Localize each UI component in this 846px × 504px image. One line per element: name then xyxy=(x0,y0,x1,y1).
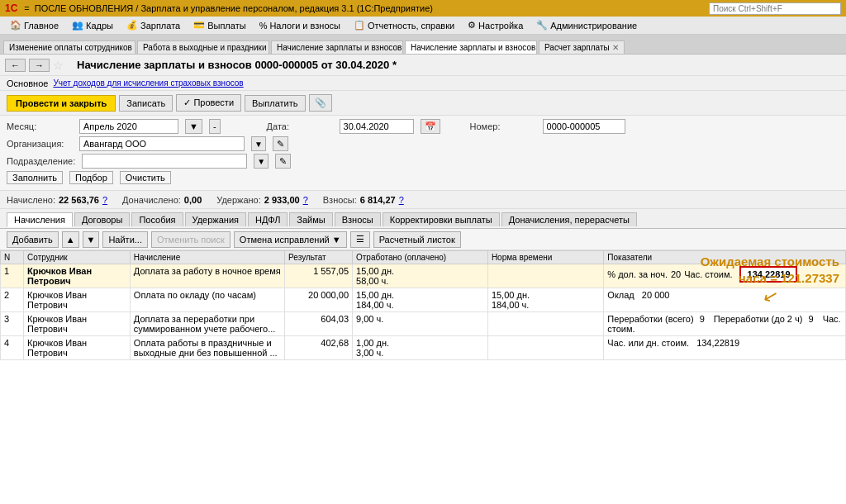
tab-dogovory[interactable]: Договоры xyxy=(74,212,130,226)
organizaciya-drop-button[interactable]: ▼ xyxy=(251,136,266,151)
cell-sotrudnik-3: Крючков Иван Петрович xyxy=(24,312,131,336)
uderzano-value: 2 933,00 xyxy=(264,195,300,205)
up-button[interactable]: ▲ xyxy=(62,231,79,248)
table-row[interactable]: 4 Крючков Иван Петрович Оплата работы в … xyxy=(1,336,846,360)
raschetny-listok-button[interactable]: Расчетный листок xyxy=(373,231,461,248)
back-button[interactable]: ← xyxy=(5,59,26,72)
search-input[interactable] xyxy=(709,2,841,15)
col-header-otrabotano: Отработано (оплачено) xyxy=(353,251,488,264)
nav-uchet-dohodov[interactable]: Учет доходов для исчисления страховых вз… xyxy=(53,78,243,88)
cell-rezultat-2: 20 000,00 xyxy=(285,288,353,312)
cell-norma-4 xyxy=(487,336,603,360)
najti-button[interactable]: Найти... xyxy=(102,231,148,248)
cell-nachislenie-1: Доплата за работу в ночное время xyxy=(130,264,284,288)
vyplatit-button[interactable]: Выплатить xyxy=(245,95,305,112)
vznosy-question[interactable]: ? xyxy=(399,195,404,205)
menu-vyplaty[interactable]: 💳 Выплаты xyxy=(187,18,252,32)
provesti-button[interactable]: ✓ Провести xyxy=(176,94,241,112)
nomer-input[interactable] xyxy=(543,119,625,134)
mesyac-prev-button[interactable]: - xyxy=(209,119,221,134)
nachisleno-value: 22 563,76 xyxy=(59,195,99,205)
podbor-button[interactable]: Подбор xyxy=(69,171,113,184)
menu-zarplata[interactable]: 💰 Зарплата xyxy=(120,18,187,32)
menu-kadry[interactable]: 👥 Кадры xyxy=(65,18,120,32)
table-row[interactable]: 1 Крючков Иван Петрович Доплата за работ… xyxy=(1,264,846,288)
paperclip-button[interactable]: 📎 xyxy=(309,94,332,112)
tab-basic-label[interactable]: Основное xyxy=(7,78,48,88)
grid-icon-button[interactable]: ☰ xyxy=(350,231,370,248)
forward-button[interactable]: → xyxy=(29,59,50,72)
tab-donachisleniya[interactable]: Доначисления, перерасчеты xyxy=(501,212,637,226)
main-wrapper: 1С = ПОСЛЕ ОБНОВЛЕНИЯ / Зарплата и управ… xyxy=(0,0,846,504)
zapolnit-button[interactable]: Заполнить xyxy=(7,171,63,184)
cell-n-1: 1 xyxy=(1,264,24,288)
cell-rezultat-4: 402,68 xyxy=(285,336,353,360)
podrazdelenie-input[interactable] xyxy=(82,154,247,169)
tab-zaymy[interactable]: Займы xyxy=(289,212,332,226)
menu-admin[interactable]: 🔧 Администрирование xyxy=(530,18,644,32)
tab-vznosy[interactable]: Взносы xyxy=(335,212,381,226)
menu-nastroyka[interactable]: ⚙ Настройка xyxy=(461,18,530,32)
cell-otrabotano-4: 1,00 дн. 3,00 ч. xyxy=(353,336,488,360)
data-table: N Сотрудник Начисление Результат Отработ… xyxy=(0,250,846,360)
col-header-rezultat: Результат xyxy=(285,251,353,264)
podrazdelenie-edit-button[interactable]: ✎ xyxy=(275,154,291,169)
menu-bar: 🏠 Главное 👥 Кадры 💰 Зарплата 💳 Выплаты %… xyxy=(0,17,846,35)
favorite-icon[interactable]: ☆ xyxy=(53,59,64,72)
data-calendar-button[interactable]: 📅 xyxy=(421,119,440,134)
cell-nachislenie-3: Доплата за переработки при суммированном… xyxy=(130,312,284,336)
tab-korrektirovki[interactable]: Корректировки выплаты xyxy=(383,212,500,226)
cell-sotrudnik-4: Крючков Иван Петрович xyxy=(24,336,131,360)
podrazdelenie-drop-button[interactable]: ▼ xyxy=(254,154,269,169)
page-title: Начисление зарплаты и взносов 0000-00000… xyxy=(77,59,397,71)
menu-home[interactable]: 🏠 Главное xyxy=(3,18,65,32)
table-row[interactable]: 3 Крючков Иван Петрович Доплата за перер… xyxy=(1,312,846,336)
menu-nalogi[interactable]: % Налоги и взносы xyxy=(253,19,347,32)
down-button[interactable]: ▼ xyxy=(83,231,100,248)
dobavit-button[interactable]: Добавить xyxy=(7,231,59,248)
table-toolbar: Добавить ▲ ▼ Найти... Отменить поиск Отм… xyxy=(0,229,846,250)
mesyac-label: Месяц: xyxy=(7,121,73,131)
sub-nav: Основное Учет доходов для исчисления стр… xyxy=(0,76,846,91)
data-input[interactable] xyxy=(340,119,414,134)
col-header-norma: Норма времени xyxy=(487,251,603,264)
mesyac-calendar-button[interactable]: ▼ xyxy=(185,119,202,134)
menu-otchetnost[interactable]: 📋 Отчетность, справки xyxy=(347,18,461,32)
cell-nachislenie-4: Оплата работы в праздничные и выходные д… xyxy=(130,336,284,360)
cell-rezultat-1: 1 557,05 xyxy=(285,264,353,288)
tab-izmenenye[interactable]: Изменение оплаты сотрудников ✕ xyxy=(3,40,135,54)
table-row[interactable]: 2 Крючков Иван Петрович Оплата по окладу… xyxy=(1,288,846,312)
organizaciya-input[interactable] xyxy=(79,136,245,151)
uderzano-question[interactable]: ? xyxy=(303,195,308,205)
cell-norma-1 xyxy=(487,264,603,288)
zapisat-button[interactable]: Записать xyxy=(119,95,173,112)
tab-uderzaniya[interactable]: Удержания xyxy=(185,212,246,226)
title-separator: = xyxy=(24,3,29,13)
tab-close-0[interactable]: ✕ xyxy=(135,43,135,52)
tab-rabota[interactable]: Работа в выходные и праздники ✕ xyxy=(137,40,269,54)
cell-sotrudnik-1: Крючков Иван Петрович xyxy=(24,264,131,288)
vznosy-value: 6 814,27 xyxy=(360,195,396,205)
cell-nachislenie-2: Оплата по окладу (по часам) xyxy=(130,288,284,312)
cell-pokazateli-1: % дол. за ноч. 20 Час. стоим. 134,22819 xyxy=(604,264,846,288)
toolbar: Провести и закрыть Записать ✓ Провести В… xyxy=(0,91,846,116)
tab-nachislenie-active[interactable]: Начисление зарплаты и взносов 0000-00000… xyxy=(405,40,537,55)
tab-nachislenie-basic[interactable]: Начисление зарплаты и взносов ✕ xyxy=(271,40,403,54)
tab-nachisleniya[interactable]: Начисления xyxy=(7,212,73,227)
app-logo: 1С xyxy=(5,2,17,14)
tab-raschet[interactable]: Расчет зарплаты ✕ xyxy=(539,40,625,54)
ochistit-button[interactable]: Очистить xyxy=(120,171,171,184)
otmena-ispravlenii-button[interactable]: Отмена исправлений ▼ xyxy=(234,231,347,248)
uderzano-label: Удержано: xyxy=(216,195,261,205)
tab-close-4[interactable]: ✕ xyxy=(612,43,619,52)
donachisleno-label: Доначислено: xyxy=(122,195,181,205)
mesyac-input[interactable] xyxy=(79,119,178,134)
provesti-zakryt-button[interactable]: Провести и закрыть xyxy=(7,95,116,112)
tab-posobiya[interactable]: Пособия xyxy=(131,212,183,226)
organizaciya-edit-button[interactable]: ✎ xyxy=(273,136,288,151)
nachisleno-question[interactable]: ? xyxy=(102,195,107,205)
cell-otrabotano-3: 9,00 ч. xyxy=(353,312,488,336)
tab-ndfl[interactable]: НДФЛ xyxy=(248,212,288,226)
otmenit-poisk-button[interactable]: Отменить поиск xyxy=(151,231,231,248)
nachisleno-label: Начислено: xyxy=(7,195,55,205)
